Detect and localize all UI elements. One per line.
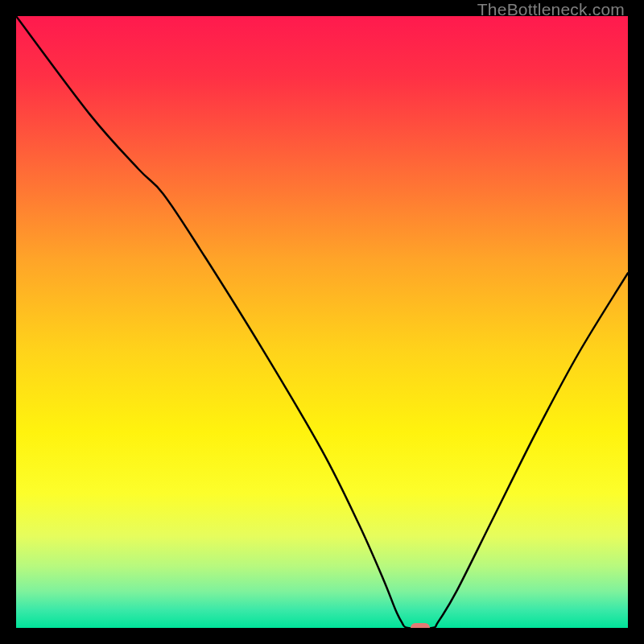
plot-area (16, 16, 628, 628)
optimal-marker (411, 623, 430, 628)
bottleneck-curve (16, 16, 628, 628)
chart-frame: TheBottleneck.com (0, 0, 644, 644)
